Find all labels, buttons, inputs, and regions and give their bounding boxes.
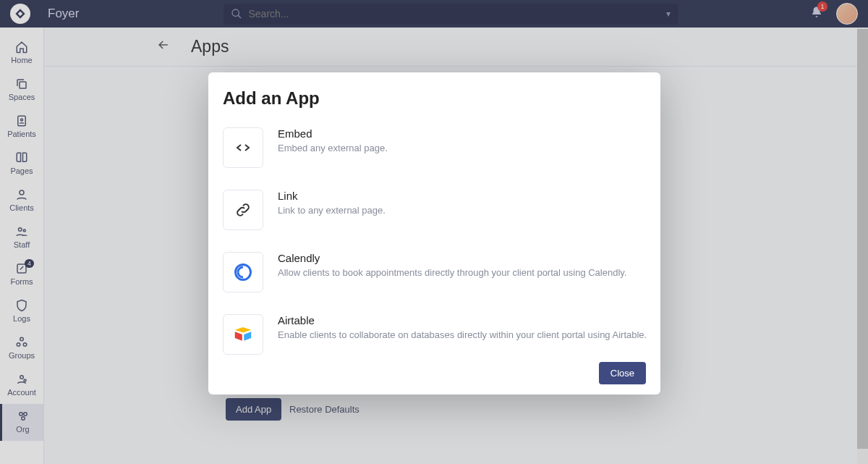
app-title: Airtable [278, 314, 647, 326]
calendly-icon [223, 252, 263, 292]
app-option-calendly[interactable]: Calendly Allow clients to book appointme… [223, 252, 649, 314]
app-title: Embed [278, 127, 388, 140]
app-desc: Embed any external page. [278, 142, 388, 155]
app-desc: Link to any external page. [278, 204, 386, 217]
app-desc: Enable clients to collaborate on databas… [278, 329, 647, 342]
app-option-link[interactable]: Link Link to any external page. [223, 190, 649, 252]
app-title: Calendly [278, 252, 626, 264]
modal-title: Add an App [223, 88, 660, 109]
code-icon [223, 127, 263, 168]
close-button[interactable]: Close [599, 362, 646, 384]
link-icon [223, 190, 263, 230]
app-desc: Allow clients to book appointments direc… [278, 266, 626, 279]
app-title: Link [278, 190, 386, 202]
app-list[interactable]: Embed Embed any external page. Link Link… [223, 127, 660, 356]
airtable-icon [223, 314, 263, 355]
app-option-airtable[interactable]: Airtable Enable clients to collaborate o… [223, 314, 649, 356]
add-app-modal: Add an App Embed Embed any external page… [208, 72, 660, 395]
app-option-embed[interactable]: Embed Embed any external page. [223, 127, 649, 190]
